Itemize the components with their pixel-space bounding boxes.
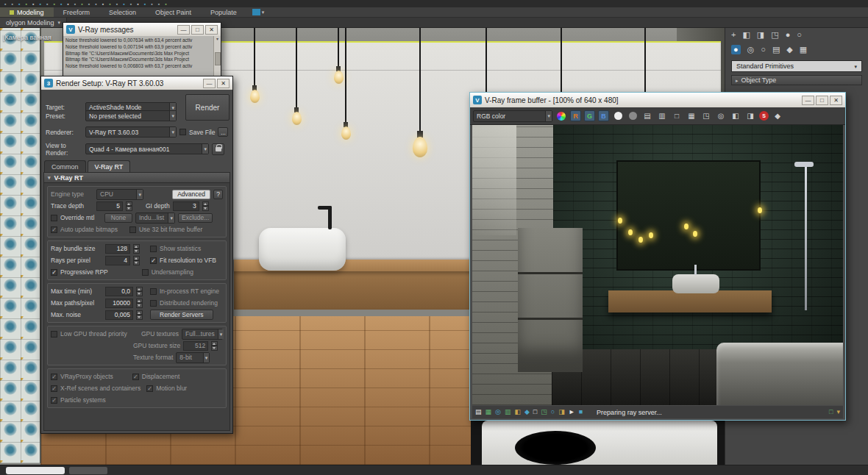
gi-depth-value[interactable]: 3 xyxy=(173,201,199,211)
spin-down-icon[interactable] xyxy=(136,303,143,308)
move-icon[interactable]: ▪ xyxy=(67,1,68,7)
percent-snap-icon[interactable]: ▪ xyxy=(102,1,104,7)
object-type-rollout[interactable]: ▸ Object Type xyxy=(731,75,862,85)
minimize-button[interactable]: — xyxy=(177,25,190,35)
viewport-camera-label[interactable]: [Камера ванная xyxy=(3,34,51,41)
ribbon-config-button[interactable]: ▾ xyxy=(252,7,265,17)
include-list-dropdown[interactable]: Indu...list ▾ xyxy=(135,213,175,224)
maxscript-mini-listener[interactable] xyxy=(6,467,65,474)
save-file-checkbox[interactable] xyxy=(179,129,186,135)
compare-button[interactable]: ◨ xyxy=(744,110,756,122)
load-image-button[interactable]: ▥ xyxy=(656,110,668,122)
status-icon[interactable]: □ xyxy=(533,409,537,415)
cameras-category-icon[interactable]: ▤ xyxy=(772,46,780,54)
minimize-button[interactable]: — xyxy=(203,79,216,88)
render-servers-button[interactable]: Render Servers xyxy=(150,310,213,320)
bind-icon[interactable]: ▪ xyxy=(32,1,34,7)
trace-depth-spinner[interactable] xyxy=(126,201,132,211)
low-gpu-checkbox[interactable] xyxy=(51,331,57,338)
motion-blur-checkbox[interactable]: ✓ xyxy=(146,385,153,392)
helpers-category-icon[interactable]: ◆ xyxy=(786,46,792,54)
status-icon[interactable]: ○ xyxy=(551,409,555,415)
crossing-icon[interactable]: ▪ xyxy=(60,1,62,7)
scale-icon[interactable]: ▪ xyxy=(81,1,82,7)
spin-down-icon[interactable] xyxy=(136,315,143,320)
status-icon[interactable]: ◳ xyxy=(541,409,547,415)
monochrome-button[interactable] xyxy=(627,110,638,122)
texture-format-dropdown[interactable]: 8-bit ▾ xyxy=(176,352,210,363)
select-icon[interactable]: ▪ xyxy=(39,1,40,7)
close-button[interactable]: ✕ xyxy=(217,79,230,88)
particle-checkbox[interactable]: ✓ xyxy=(51,397,57,404)
render-button[interactable]: Render xyxy=(185,94,230,121)
advanced-button[interactable]: Advanced xyxy=(172,190,210,199)
tab-object-paint[interactable]: Object Paint xyxy=(146,7,201,17)
xref-checkbox[interactable]: ✓ xyxy=(51,385,57,392)
vfb-settings-button[interactable]: ◆ xyxy=(772,110,783,122)
save-image-button[interactable]: ▤ xyxy=(641,110,653,122)
layout-left-icon[interactable]: ◧ xyxy=(742,31,750,39)
region-render-button[interactable]: ◳ xyxy=(700,110,712,122)
select-by-name-icon[interactable]: ▪ xyxy=(46,1,48,7)
track-mouse-button[interactable]: ◎ xyxy=(715,110,727,122)
auto-update-bitmaps-checkbox[interactable]: ✓ xyxy=(51,226,57,233)
max-time-value[interactable]: 0,0 xyxy=(105,287,133,296)
snap-icon[interactable]: ▪ xyxy=(88,1,90,7)
status-icon[interactable]: ▦ xyxy=(485,409,492,415)
material-editor-icon[interactable]: ▪ xyxy=(144,1,146,7)
link-icon[interactable]: ▪ xyxy=(18,1,20,7)
render-frame-icon[interactable]: ▪ xyxy=(158,1,160,7)
status-icon[interactable]: ▤ xyxy=(475,409,482,415)
duplicate-buffer-button[interactable]: ▦ xyxy=(686,110,697,122)
layout-right-icon[interactable]: ◨ xyxy=(757,31,764,39)
primitive-type-dropdown[interactable]: Standard Primitives ▾ xyxy=(731,60,862,72)
tab-selection[interactable]: Selection xyxy=(99,7,146,17)
override-mtl-none-button[interactable]: None xyxy=(104,213,132,223)
curve-editor-icon[interactable]: ▪ xyxy=(130,1,132,7)
render-setup-icon[interactable]: ▪ xyxy=(151,1,152,7)
gpu-textures-dropdown[interactable]: Full...tures ▾ xyxy=(182,329,223,340)
undersampling-checkbox[interactable] xyxy=(142,269,149,276)
preset-dropdown[interactable]: No preset selected ▾ xyxy=(85,110,177,121)
tab-vray-rt[interactable]: V-Ray RT xyxy=(88,160,131,172)
ray-bundle-spinner[interactable] xyxy=(133,244,140,254)
tab-common[interactable]: Common xyxy=(44,160,86,172)
maximize-button[interactable]: □ xyxy=(816,96,828,105)
layer-manager-icon[interactable]: ▪ xyxy=(123,1,124,7)
mirror-icon[interactable]: ▪ xyxy=(109,1,110,7)
render-production-icon[interactable]: ▪ xyxy=(165,1,166,7)
rect-region-icon[interactable]: ▪ xyxy=(53,1,54,7)
polygon-modeling-dropdown[interactable]: olygon Modeling ▾ xyxy=(0,18,67,27)
undo-icon[interactable]: ▪ xyxy=(4,1,6,7)
unlink-icon[interactable]: ▪ xyxy=(25,1,26,7)
maximize-button[interactable]: □ xyxy=(191,25,204,35)
vray-messages-titlebar[interactable]: V V-Ray messages — □ ✕ xyxy=(63,23,221,36)
status-icon[interactable]: ▥ xyxy=(505,409,511,415)
clear-image-button[interactable]: □ xyxy=(671,110,683,122)
gpu-texture-size-spinner[interactable] xyxy=(211,341,218,351)
log-scrollbar[interactable]: ▾ ▾ xyxy=(213,36,221,82)
channel-dropdown[interactable]: RGB color ▾ xyxy=(473,110,552,122)
progressive-rpp-checkbox[interactable]: ✓ xyxy=(51,269,57,276)
status-icon[interactable]: ◨ xyxy=(558,409,565,415)
spin-down-icon[interactable] xyxy=(126,206,132,211)
tab-freeform[interactable]: Freeform xyxy=(54,7,100,17)
redo-icon[interactable]: ▪ xyxy=(11,1,13,7)
spin-down-icon[interactable] xyxy=(136,291,143,296)
status-icon[interactable]: ■ xyxy=(579,409,583,415)
geometry-category-icon[interactable]: ● xyxy=(731,45,741,54)
exclude-button[interactable]: Exclude... xyxy=(178,213,213,223)
override-mtl-checkbox[interactable] xyxy=(51,215,57,221)
close-button[interactable]: ✕ xyxy=(205,25,218,35)
red-channel-button[interactable]: R xyxy=(570,110,581,121)
rays-per-pixel-spinner[interactable] xyxy=(133,256,140,265)
distributed-checkbox[interactable] xyxy=(150,300,157,307)
engine-type-dropdown[interactable]: CPU ▾ xyxy=(96,189,143,200)
trace-depth-value[interactable]: 5 xyxy=(96,201,123,211)
gi-depth-spinner[interactable] xyxy=(202,201,209,211)
blue-channel-button[interactable]: B xyxy=(598,110,609,121)
max-time-spinner[interactable] xyxy=(136,287,143,296)
show-statistics-checkbox[interactable] xyxy=(150,246,157,252)
rays-per-pixel-value[interactable]: 4 xyxy=(105,256,130,265)
lights-category-icon[interactable]: ○ xyxy=(761,46,766,54)
